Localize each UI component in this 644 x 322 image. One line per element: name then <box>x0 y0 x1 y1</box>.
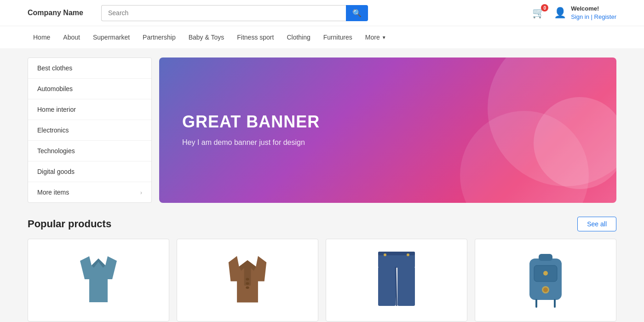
svg-rect-18 <box>539 254 552 261</box>
category-label: Technologies <box>37 147 75 155</box>
category-label: More items <box>37 189 69 196</box>
svg-rect-11 <box>397 267 415 306</box>
nav-item-more[interactable]: More ▼ <box>360 26 392 48</box>
product-card[interactable] <box>28 239 169 322</box>
category-label: Home interior <box>37 106 76 113</box>
category-item[interactable]: Automobiles <box>28 79 151 99</box>
category-item[interactable]: Home interior <box>28 99 151 120</box>
nav-item-babyamptoys[interactable]: Baby & Toys <box>183 26 230 48</box>
user-icon: 👤 <box>554 7 566 19</box>
product-image <box>222 249 273 311</box>
banner-text: GREAT BANNER Hey I am demo banner just f… <box>182 112 320 148</box>
category-item[interactable]: Electronics <box>28 120 151 141</box>
category-label: Digital goods <box>37 168 75 175</box>
user-text: Welcome! Sign in | Register <box>571 5 616 21</box>
banner-subtitle: Hey I am demo banner just for design <box>182 137 320 148</box>
hero-section: Best clothesAutomobilesHome interiorElec… <box>28 58 616 203</box>
header-right: 🛒 0 👤 Welcome! Sign in | Register <box>532 5 616 21</box>
nav-item-clothing[interactable]: Clothing <box>281 26 316 48</box>
see-all-button[interactable]: See all <box>577 217 616 231</box>
category-sidebar: Best clothesAutomobilesHome interiorElec… <box>28 58 152 203</box>
search-button[interactable]: 🔍 <box>346 5 368 21</box>
svg-line-12 <box>396 267 397 306</box>
svg-rect-10 <box>378 267 396 306</box>
banner-title: GREAT BANNER <box>182 112 320 132</box>
nav-item-about[interactable]: About <box>58 26 86 48</box>
category-item[interactable]: More items› <box>28 182 151 202</box>
section-header: Popular products See all <box>28 217 616 231</box>
nav-item-partnership[interactable]: Partnership <box>137 26 181 48</box>
svg-point-5 <box>246 287 249 289</box>
cart-badge: 0 <box>541 4 548 12</box>
header: Company Name 🔍 🛒 0 👤 Welcome! Sign in | … <box>0 0 644 26</box>
company-logo: Company Name <box>28 9 92 17</box>
search-icon: 🔍 <box>352 9 362 17</box>
category-item[interactable]: Best clothes <box>28 58 151 79</box>
nav-item-fitnesssport[interactable]: Fitness sport <box>231 26 279 48</box>
product-card[interactable] <box>475 239 616 322</box>
search-input[interactable] <box>101 5 346 21</box>
product-image <box>374 249 420 311</box>
dropdown-arrow-icon: ▼ <box>382 35 386 40</box>
signin-label[interactable]: Sign in | Register <box>571 13 616 20</box>
welcome-label: Welcome! <box>571 5 616 13</box>
svg-point-17 <box>543 271 548 276</box>
svg-point-22 <box>543 288 548 292</box>
banner: GREAT BANNER Hey I am demo banner just f… <box>159 58 616 203</box>
chevron-right-icon: › <box>140 189 142 196</box>
category-label: Best clothes <box>37 64 72 72</box>
product-card[interactable] <box>326 239 467 322</box>
svg-rect-9 <box>378 252 415 255</box>
product-image <box>71 252 126 309</box>
section-title: Popular products <box>28 218 111 230</box>
category-item[interactable]: Technologies <box>28 141 151 161</box>
user-section[interactable]: 👤 Welcome! Sign in | Register <box>554 5 616 21</box>
main-content: Best clothesAutomobilesHome interiorElec… <box>0 48 644 322</box>
product-image <box>523 249 569 311</box>
category-label: Electronics <box>37 126 69 134</box>
nav-item-supermarket[interactable]: Supermarket <box>87 26 135 48</box>
svg-point-14 <box>407 253 409 256</box>
navbar: HomeAboutSupermarketPartnershipBaby & To… <box>0 26 644 48</box>
category-item[interactable]: Digital goods <box>28 161 151 182</box>
product-card[interactable] <box>177 239 318 322</box>
category-label: Automobiles <box>37 85 73 92</box>
cart-wrapper[interactable]: 🛒 0 <box>532 7 545 19</box>
svg-marker-0 <box>80 256 117 302</box>
svg-point-7 <box>246 278 249 281</box>
nav-item-home[interactable]: Home <box>28 26 56 48</box>
search-bar: 🔍 <box>101 5 368 21</box>
popular-section: Popular products See all <box>28 217 616 322</box>
nav-item-furnitures[interactable]: Furnitures <box>318 26 358 48</box>
svg-point-6 <box>246 282 249 285</box>
svg-point-13 <box>384 253 386 256</box>
products-grid <box>28 239 616 322</box>
